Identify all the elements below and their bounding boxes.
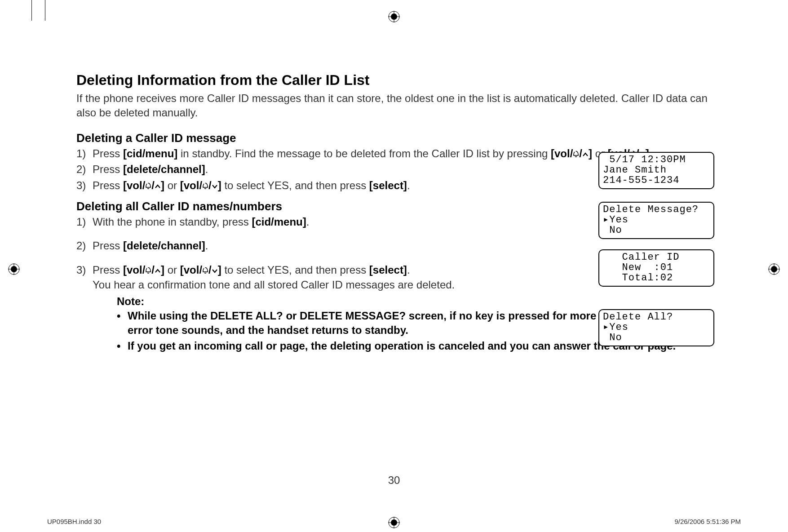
lcd-screen: Delete Message? ▸Yes No xyxy=(598,202,714,239)
registration-mark-icon xyxy=(768,263,780,275)
lcd-screen: Delete All? ▸Yes No xyxy=(598,309,714,346)
page-number: 30 xyxy=(0,474,788,487)
page-title: Deleting Information from the Caller ID … xyxy=(76,72,714,89)
ringer-icon xyxy=(573,151,579,158)
lcd-screen: Caller ID New :01 Total:02 xyxy=(598,249,714,287)
chevron-up-icon xyxy=(155,269,161,273)
lcd-screen: 5/17 12:30PM Jane Smith 214-555-1234 xyxy=(598,152,714,189)
footer-timestamp: 9/26/2006 5:51:36 PM xyxy=(674,518,741,525)
note-label: Note: xyxy=(117,295,714,308)
chevron-up-icon xyxy=(155,184,161,189)
crop-mark xyxy=(45,0,45,21)
registration-mark-icon xyxy=(8,263,20,275)
ringer-icon xyxy=(145,267,151,274)
ringer-icon xyxy=(145,182,151,190)
ringer-icon xyxy=(202,182,208,190)
registration-mark-icon xyxy=(388,11,400,22)
footer-filename: UP095BH.indd 30 xyxy=(47,518,101,525)
ringer-icon xyxy=(202,267,208,274)
chevron-down-icon xyxy=(212,269,218,273)
intro-text: If the phone receives more Caller ID mes… xyxy=(76,91,714,120)
crop-mark xyxy=(31,0,32,21)
section-heading: Deleting a Caller ID message xyxy=(76,131,714,145)
chevron-down-icon xyxy=(212,184,218,189)
footer: UP095BH.indd 30 9/26/2006 5:51:36 PM xyxy=(47,518,741,525)
chevron-up-icon xyxy=(582,152,589,157)
